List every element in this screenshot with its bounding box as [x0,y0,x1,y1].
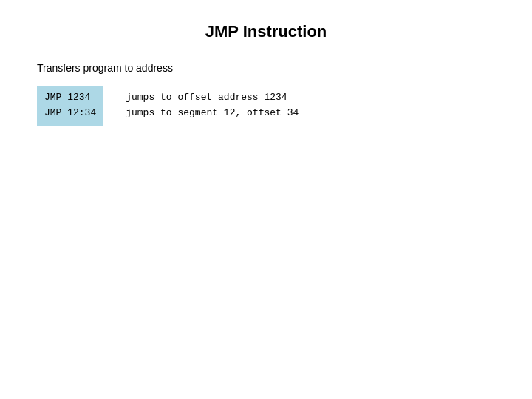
page-title: JMP Instruction [30,22,502,41]
page-container: JMP Instruction Transfers program to add… [0,0,532,399]
code-block: JMP 1234 JMP 12:34 [37,86,103,126]
description-block: jumps to offset address 1234 jumps to se… [126,86,299,121]
subtitle: Transfers program to address [37,62,502,74]
content-row: JMP 1234 JMP 12:34 jumps to offset addre… [37,86,502,126]
